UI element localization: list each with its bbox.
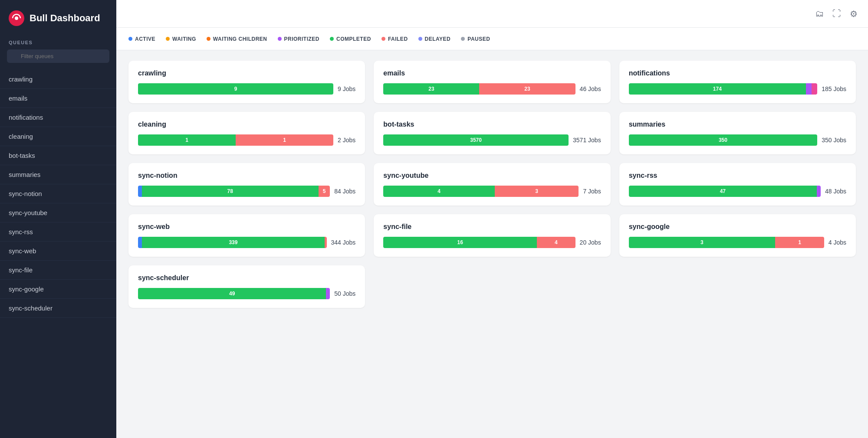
queue-name: sync-youtube: [383, 172, 601, 180]
main: 🗂 ⛶ ⚙ ACTIVEWAITINGWAITING CHILDRENPRIOR…: [116, 0, 868, 438]
queue-card-notifications[interactable]: notifications174185 Jobs: [619, 61, 856, 103]
queue-name: cleaning: [138, 121, 355, 128]
legend-item-paused: PAUSED: [461, 36, 490, 42]
legend-dot: [418, 37, 422, 41]
sidebar-items: crawlingemailsnotificationscleaningbot-t…: [0, 70, 116, 318]
legend-item-active: ACTIVE: [128, 36, 155, 42]
queue-card-sync-youtube[interactable]: sync-youtube437 Jobs: [374, 163, 610, 206]
filter-input-wrap: 🔍: [0, 49, 116, 70]
queue-jobs-label: 344 Jobs: [331, 239, 356, 246]
queue-card-cleaning[interactable]: cleaning112 Jobs: [128, 112, 365, 154]
queue-name: sync-google: [629, 223, 846, 231]
queue-bar-track: 350: [629, 134, 818, 146]
queues-label: QUEUES: [0, 36, 116, 49]
legend-item-failed: FAILED: [381, 36, 408, 42]
sidebar-item-crawling[interactable]: crawling: [0, 70, 116, 89]
bar-segment: [325, 237, 326, 248]
bar-segment: 174: [629, 83, 806, 95]
queue-name: emails: [383, 69, 601, 77]
queue-bar-row: 339344 Jobs: [138, 237, 355, 248]
bar-segment: 4: [537, 237, 575, 248]
legend-dot: [330, 37, 334, 41]
queue-bar-row: 4950 Jobs: [138, 288, 355, 299]
sidebar-item-sync-notion[interactable]: sync-notion: [0, 184, 116, 203]
sidebar-item-emails[interactable]: emails: [0, 89, 116, 108]
app-title: Bull Dashboard: [30, 13, 100, 24]
sidebar-item-sync-rss[interactable]: sync-rss: [0, 222, 116, 242]
queue-card-sync-scheduler[interactable]: sync-scheduler4950 Jobs: [128, 265, 365, 308]
bar-segment: 3: [495, 186, 579, 197]
bar-segment: 3570: [383, 134, 569, 146]
legend-label: FAILED: [388, 36, 408, 42]
queue-card-crawling[interactable]: crawling99 Jobs: [128, 61, 365, 103]
queue-bar-row: 350350 Jobs: [629, 134, 846, 146]
queue-bar-row: 78584 Jobs: [138, 186, 355, 197]
sidebar-item-summaries[interactable]: summaries: [0, 165, 116, 184]
legend-dot: [166, 37, 170, 41]
queue-card-sync-file[interactable]: sync-file16420 Jobs: [374, 214, 610, 257]
legend-dot: [207, 37, 210, 41]
queue-bar-row: 437 Jobs: [383, 186, 601, 197]
topbar: 🗂 ⛶ ⚙: [116, 0, 868, 28]
queue-jobs-label: 46 Jobs: [580, 85, 601, 92]
queue-card-sync-notion[interactable]: sync-notion78584 Jobs: [128, 163, 365, 206]
legend-label: ACTIVE: [135, 36, 155, 42]
sidebar-item-sync-file[interactable]: sync-file: [0, 261, 116, 280]
queue-bar-row: 174185 Jobs: [629, 83, 846, 95]
queue-card-sync-google[interactable]: sync-google314 Jobs: [619, 214, 856, 257]
queue-bar-row: 35703571 Jobs: [383, 134, 601, 146]
legend-item-prioritized: PRIORITIZED: [278, 36, 320, 42]
queue-bar-track: 43: [383, 186, 579, 197]
sidebar-item-notifications[interactable]: notifications: [0, 108, 116, 127]
bar-segment: 16: [383, 237, 537, 248]
sidebar-item-sync-google[interactable]: sync-google: [0, 280, 116, 299]
expand-icon[interactable]: ⛶: [832, 9, 841, 19]
legend-dot: [128, 37, 132, 41]
queue-card-sync-web[interactable]: sync-web339344 Jobs: [128, 214, 365, 257]
queue-name: crawling: [138, 69, 355, 77]
queue-name: sync-scheduler: [138, 274, 355, 282]
queue-bar-track: 3570: [383, 134, 569, 146]
queue-jobs-label: 20 Jobs: [580, 239, 601, 246]
legend-dot: [278, 37, 282, 41]
sidebar-item-sync-youtube[interactable]: sync-youtube: [0, 203, 116, 222]
queue-jobs-label: 350 Jobs: [822, 137, 846, 144]
legend-label: DELAYED: [425, 36, 451, 42]
layers-icon[interactable]: 🗂: [815, 9, 824, 19]
sidebar: Bull Dashboard QUEUES 🔍 crawlingemailsno…: [0, 0, 116, 438]
sidebar-header: Bull Dashboard: [0, 0, 116, 36]
queue-bar-row: 16420 Jobs: [383, 237, 601, 248]
queue-jobs-label: 9 Jobs: [338, 85, 355, 92]
bar-segment: [138, 237, 142, 248]
sidebar-item-sync-web[interactable]: sync-web: [0, 242, 116, 261]
bar-segment: 47: [629, 186, 817, 197]
queue-name: bot-tasks: [383, 121, 601, 128]
queue-jobs-label: 2 Jobs: [338, 137, 355, 144]
bar-segment: 1: [775, 237, 824, 248]
queue-name: sync-web: [138, 223, 355, 231]
sidebar-item-sync-scheduler[interactable]: sync-scheduler: [0, 299, 116, 318]
queue-name: notifications: [629, 69, 846, 77]
sidebar-item-cleaning[interactable]: cleaning: [0, 127, 116, 146]
queue-jobs-label: 3571 Jobs: [573, 137, 601, 144]
queue-card-bot-tasks[interactable]: bot-tasks35703571 Jobs: [374, 112, 610, 154]
queue-card-summaries[interactable]: summaries350350 Jobs: [619, 112, 856, 154]
bar-segment: 339: [142, 237, 325, 248]
legend-label: PRIORITIZED: [284, 36, 320, 42]
queue-bar-row: 112 Jobs: [138, 134, 355, 146]
queue-card-sync-rss[interactable]: sync-rss4748 Jobs: [619, 163, 856, 206]
bar-segment: 9: [138, 83, 333, 95]
bar-segment: 4: [383, 186, 495, 197]
legend-label: WAITING CHILDREN: [213, 36, 267, 42]
settings-icon[interactable]: ⚙: [850, 9, 858, 19]
filter-input[interactable]: [7, 49, 109, 63]
bar-segment: 49: [138, 288, 326, 299]
queue-bar-track: 2323: [383, 83, 575, 95]
queue-card-emails[interactable]: emails232346 Jobs: [374, 61, 610, 103]
legend-item-delayed: DELAYED: [418, 36, 451, 42]
legend-label: WAITING: [172, 36, 196, 42]
queue-name: sync-notion: [138, 172, 355, 180]
bar-segment: 78: [142, 186, 319, 197]
logo-icon: [9, 10, 24, 26]
sidebar-item-bot-tasks[interactable]: bot-tasks: [0, 146, 116, 165]
